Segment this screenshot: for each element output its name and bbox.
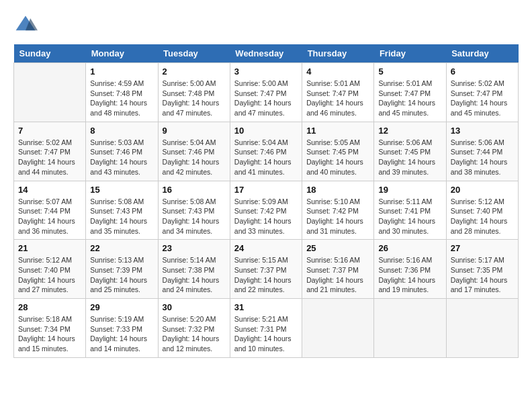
day-info: Sunrise: 5:08 AMSunset: 7:43 PMDaylight:… xyxy=(90,197,153,236)
day-info: Sunrise: 5:13 AMSunset: 7:39 PMDaylight:… xyxy=(90,255,153,295)
day-number: 7 xyxy=(18,126,81,136)
header-tuesday: Tuesday xyxy=(158,44,230,63)
day-cell: 14Sunrise: 5:07 AMSunset: 7:44 PMDayligh… xyxy=(14,181,86,240)
week-row-3: 21Sunrise: 5:12 AMSunset: 7:40 PMDayligh… xyxy=(14,240,519,299)
day-info: Sunrise: 5:06 AMSunset: 7:45 PMDaylight:… xyxy=(378,138,441,177)
day-info: Sunrise: 5:16 AMSunset: 7:37 PMDaylight:… xyxy=(306,255,369,295)
day-number: 19 xyxy=(378,185,441,195)
day-info: Sunrise: 5:06 AMSunset: 7:44 PMDaylight:… xyxy=(451,138,514,177)
header-friday: Friday xyxy=(374,44,446,63)
day-cell xyxy=(446,299,518,358)
day-number: 27 xyxy=(451,243,514,253)
day-cell: 21Sunrise: 5:12 AMSunset: 7:40 PMDayligh… xyxy=(14,240,86,299)
day-cell: 31Sunrise: 5:21 AMSunset: 7:31 PMDayligh… xyxy=(230,299,302,358)
day-info: Sunrise: 5:16 AMSunset: 7:36 PMDaylight:… xyxy=(378,255,441,295)
day-info: Sunrise: 5:15 AMSunset: 7:37 PMDaylight:… xyxy=(234,255,298,295)
day-number: 20 xyxy=(451,185,514,195)
day-number: 6 xyxy=(451,66,514,77)
day-cell: 23Sunrise: 5:14 AMSunset: 7:38 PMDayligh… xyxy=(158,240,230,299)
header-sunday: Sunday xyxy=(14,44,86,63)
day-info: Sunrise: 5:14 AMSunset: 7:38 PMDaylight:… xyxy=(163,255,226,295)
week-row-0: 1Sunrise: 4:59 AMSunset: 7:48 PMDaylight… xyxy=(14,63,519,122)
logo xyxy=(13,13,42,38)
day-cell: 12Sunrise: 5:06 AMSunset: 7:45 PMDayligh… xyxy=(374,122,446,181)
day-cell: 4Sunrise: 5:01 AMSunset: 7:47 PMDaylight… xyxy=(302,63,374,122)
day-cell: 29Sunrise: 5:19 AMSunset: 7:33 PMDayligh… xyxy=(86,299,158,358)
day-cell: 13Sunrise: 5:06 AMSunset: 7:44 PMDayligh… xyxy=(446,122,518,181)
day-cell: 25Sunrise: 5:16 AMSunset: 7:37 PMDayligh… xyxy=(302,240,374,299)
day-cell xyxy=(374,299,446,358)
day-cell: 9Sunrise: 5:04 AMSunset: 7:46 PMDaylight… xyxy=(158,122,230,181)
day-cell: 26Sunrise: 5:16 AMSunset: 7:36 PMDayligh… xyxy=(374,240,446,299)
day-cell: 5Sunrise: 5:01 AMSunset: 7:47 PMDaylight… xyxy=(374,63,446,122)
day-cell: 24Sunrise: 5:15 AMSunset: 7:37 PMDayligh… xyxy=(230,240,302,299)
day-cell xyxy=(302,299,374,358)
day-number: 30 xyxy=(163,302,226,312)
day-info: Sunrise: 5:17 AMSunset: 7:35 PMDaylight:… xyxy=(451,255,514,295)
day-number: 29 xyxy=(90,302,153,312)
day-info: Sunrise: 5:12 AMSunset: 7:40 PMDaylight:… xyxy=(451,197,514,236)
day-cell: 6Sunrise: 5:02 AMSunset: 7:47 PMDaylight… xyxy=(446,63,518,122)
day-cell: 20Sunrise: 5:12 AMSunset: 7:40 PMDayligh… xyxy=(446,181,518,240)
day-cell: 7Sunrise: 5:02 AMSunset: 7:47 PMDaylight… xyxy=(14,122,86,181)
header-thursday: Thursday xyxy=(302,44,374,63)
day-cell: 22Sunrise: 5:13 AMSunset: 7:39 PMDayligh… xyxy=(86,240,158,299)
day-info: Sunrise: 5:08 AMSunset: 7:43 PMDaylight:… xyxy=(163,197,226,236)
day-cell: 17Sunrise: 5:09 AMSunset: 7:42 PMDayligh… xyxy=(230,181,302,240)
day-number: 17 xyxy=(234,185,298,195)
day-number: 21 xyxy=(18,243,81,253)
day-number: 23 xyxy=(163,243,226,253)
day-number: 5 xyxy=(378,66,441,77)
day-info: Sunrise: 5:09 AMSunset: 7:42 PMDaylight:… xyxy=(234,197,298,236)
day-number: 16 xyxy=(163,185,226,195)
day-cell xyxy=(14,63,86,122)
header-wednesday: Wednesday xyxy=(230,44,302,63)
day-number: 18 xyxy=(306,185,369,195)
day-number: 8 xyxy=(90,126,153,136)
day-cell: 15Sunrise: 5:08 AMSunset: 7:43 PMDayligh… xyxy=(86,181,158,240)
day-cell: 28Sunrise: 5:18 AMSunset: 7:34 PMDayligh… xyxy=(14,299,86,358)
day-info: Sunrise: 5:10 AMSunset: 7:42 PMDaylight:… xyxy=(306,197,369,236)
day-info: Sunrise: 5:11 AMSunset: 7:41 PMDaylight:… xyxy=(378,197,441,236)
day-info: Sunrise: 5:19 AMSunset: 7:33 PMDaylight:… xyxy=(90,314,153,354)
calendar-header-row: SundayMondayTuesdayWednesdayThursdayFrid… xyxy=(14,44,519,63)
day-number: 12 xyxy=(378,126,441,136)
day-info: Sunrise: 5:12 AMSunset: 7:40 PMDaylight:… xyxy=(18,255,81,295)
day-number: 14 xyxy=(18,185,81,195)
day-info: Sunrise: 5:03 AMSunset: 7:46 PMDaylight:… xyxy=(90,138,153,177)
day-number: 22 xyxy=(90,243,153,253)
day-number: 1 xyxy=(90,66,153,77)
day-info: Sunrise: 5:00 AMSunset: 7:48 PMDaylight:… xyxy=(163,79,226,118)
day-number: 3 xyxy=(234,66,298,77)
week-row-2: 14Sunrise: 5:07 AMSunset: 7:44 PMDayligh… xyxy=(14,181,519,240)
day-info: Sunrise: 5:18 AMSunset: 7:34 PMDaylight:… xyxy=(18,314,81,354)
logo-icon xyxy=(13,13,38,38)
day-cell: 27Sunrise: 5:17 AMSunset: 7:35 PMDayligh… xyxy=(446,240,518,299)
day-info: Sunrise: 5:02 AMSunset: 7:47 PMDaylight:… xyxy=(451,79,514,118)
week-row-1: 7Sunrise: 5:02 AMSunset: 7:47 PMDaylight… xyxy=(14,122,519,181)
day-cell: 18Sunrise: 5:10 AMSunset: 7:42 PMDayligh… xyxy=(302,181,374,240)
day-info: Sunrise: 5:02 AMSunset: 7:47 PMDaylight:… xyxy=(18,138,81,177)
day-info: Sunrise: 5:05 AMSunset: 7:45 PMDaylight:… xyxy=(306,138,369,177)
day-info: Sunrise: 5:00 AMSunset: 7:47 PMDaylight:… xyxy=(234,79,298,118)
day-number: 24 xyxy=(234,243,298,253)
calendar-table: SundayMondayTuesdayWednesdayThursdayFrid… xyxy=(13,44,519,358)
day-info: Sunrise: 5:01 AMSunset: 7:47 PMDaylight:… xyxy=(306,79,369,118)
day-info: Sunrise: 5:20 AMSunset: 7:32 PMDaylight:… xyxy=(163,314,226,354)
day-number: 31 xyxy=(234,302,298,312)
day-info: Sunrise: 5:07 AMSunset: 7:44 PMDaylight:… xyxy=(18,197,81,236)
day-number: 28 xyxy=(18,302,81,312)
day-cell: 3Sunrise: 5:00 AMSunset: 7:47 PMDaylight… xyxy=(230,63,302,122)
day-number: 9 xyxy=(163,126,226,136)
header-saturday: Saturday xyxy=(446,44,518,63)
day-cell: 19Sunrise: 5:11 AMSunset: 7:41 PMDayligh… xyxy=(374,181,446,240)
day-cell: 10Sunrise: 5:04 AMSunset: 7:46 PMDayligh… xyxy=(230,122,302,181)
day-cell: 8Sunrise: 5:03 AMSunset: 7:46 PMDaylight… xyxy=(86,122,158,181)
day-number: 13 xyxy=(451,126,514,136)
day-cell: 11Sunrise: 5:05 AMSunset: 7:45 PMDayligh… xyxy=(302,122,374,181)
day-number: 4 xyxy=(306,66,369,77)
header-monday: Monday xyxy=(86,44,158,63)
day-number: 11 xyxy=(306,126,369,136)
day-cell: 30Sunrise: 5:20 AMSunset: 7:32 PMDayligh… xyxy=(158,299,230,358)
day-cell: 16Sunrise: 5:08 AMSunset: 7:43 PMDayligh… xyxy=(158,181,230,240)
